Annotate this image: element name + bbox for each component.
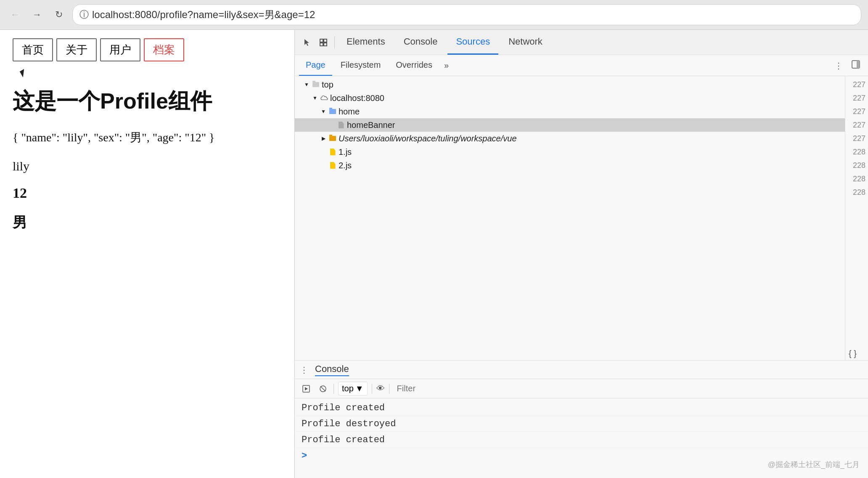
console-context-selector[interactable]: top ▼ — [338, 382, 368, 396]
subtab-more[interactable]: » — [441, 59, 452, 72]
svg-rect-1 — [324, 39, 327, 42]
line-num-6: 228 — [845, 145, 868, 159]
line-num-4: 227 — [845, 118, 868, 132]
console-log-2: Profile destroyed — [295, 416, 868, 432]
tree-item-label-top: top — [322, 80, 333, 90]
svg-rect-5 — [857, 61, 860, 68]
file-tree: ▼ top ▼ — [295, 76, 845, 360]
line-num-9: 228 — [845, 186, 868, 199]
format-button[interactable]: { } — [845, 347, 868, 360]
console-filter-input[interactable] — [394, 382, 863, 395]
tree-item-label-users: Users/luoxiaoli/workspace/tuling/workspa… — [339, 134, 517, 143]
console-divider3 — [389, 384, 389, 394]
console-context-arrow: ▼ — [355, 384, 364, 393]
devtools-main-row: ▼ top ▼ — [295, 76, 868, 360]
console-header: ⋮ Console — [295, 361, 868, 379]
subtab-page[interactable]: Page — [299, 55, 332, 76]
tab-elements[interactable]: Elements — [338, 30, 394, 55]
tree-arrow-home: ▼ — [320, 108, 327, 115]
sex-value: 男 — [13, 213, 282, 232]
svg-line-8 — [320, 386, 326, 391]
line-num-spacer — [845, 199, 868, 347]
tree-top[interactable]: ▼ top — [295, 78, 845, 91]
sources-subtabs: Page Filesystem Overrides » ⋮ — [295, 55, 868, 76]
json-display: { "name": "lily", "sex": "男", "age": "12… — [13, 129, 282, 146]
line-num-1: 227 — [845, 78, 868, 91]
browser-chrome: ← → ↻ ⓘ localhost:8080/profile?name=lily… — [0, 0, 868, 30]
nav-archive-button[interactable]: 档案 — [144, 38, 184, 61]
tab-sources[interactable]: Sources — [447, 30, 498, 55]
subtab-kebab[interactable]: ⋮ — [831, 59, 846, 72]
subtab-overrides[interactable]: Overrides — [389, 55, 439, 76]
watermark: @掘金稀土社区_前端_七月 — [768, 459, 860, 470]
console-divider — [333, 384, 334, 394]
back-button[interactable]: ← — [7, 6, 24, 23]
tree-users-folder[interactable]: ▶ Users/luoxiaoli/workspace/tuling/works… — [295, 132, 845, 145]
webpage: 首页 关于 用户 档案 这是一个Profile组件 { "name": "lil… — [0, 30, 294, 478]
tree-home[interactable]: ▼ home — [295, 105, 845, 118]
name-value: lily — [13, 159, 282, 173]
page-heading: 这是一个Profile组件 — [13, 87, 282, 116]
tree-arrow-localhost: ▼ — [312, 95, 318, 101]
address-bar-row: ← → ↻ ⓘ localhost:8080/profile?name=lily… — [0, 0, 868, 29]
tree-arrow-users: ▶ — [320, 135, 327, 142]
tab-divider — [334, 36, 335, 49]
url-text: localhost:8080/profile?name=lily&sex=男&a… — [92, 8, 315, 21]
lock-icon: ⓘ — [79, 8, 89, 21]
tree-item-label-localhost: localhost:8080 — [330, 93, 384, 103]
nav-about-button[interactable]: 关于 — [56, 38, 97, 61]
folder-icon-users — [328, 134, 337, 143]
console-log-3: Profile created — [295, 432, 868, 448]
subtab-filesystem[interactable]: Filesystem — [334, 55, 388, 76]
tree-item-label-homebanner: homeBanner — [347, 120, 395, 130]
tree-homebanner[interactable]: ▶ homeBanner — [295, 118, 845, 132]
content-area: 首页 关于 用户 档案 这是一个Profile组件 { "name": "lil… — [0, 30, 868, 478]
tree-1js[interactable]: ▶ 1.js — [295, 145, 845, 159]
svg-rect-0 — [320, 39, 323, 42]
file-icon-2js — [328, 161, 337, 170]
cursor-tool-icon[interactable] — [299, 35, 314, 50]
tree-item-label-home: home — [339, 107, 360, 117]
tree-item-label-1js: 1.js — [339, 147, 352, 157]
line-num-2: 227 — [845, 91, 868, 105]
line-num-7: 228 — [845, 159, 868, 172]
line-num-3: 227 — [845, 105, 868, 118]
line-num-8: 228 — [845, 172, 868, 186]
nav-buttons: 首页 关于 用户 档案 — [13, 38, 282, 61]
console-prompt: > — [302, 451, 307, 461]
age-value: 12 — [13, 185, 282, 201]
forward-button[interactable]: → — [29, 6, 45, 23]
console-title: Console — [315, 364, 349, 376]
line-num-5: 227 — [845, 132, 868, 145]
nav-user-button[interactable]: 用户 — [100, 38, 140, 61]
cursor-pointer — [20, 69, 27, 77]
tree-arrow-top: ▼ — [303, 81, 310, 88]
devtools-panel: Elements Console Sources Network Page Fi… — [294, 30, 868, 478]
file-icon-1js — [328, 148, 337, 156]
console-clear-btn[interactable] — [317, 382, 329, 395]
folder-icon-top — [312, 80, 320, 89]
tab-console[interactable]: Console — [395, 30, 446, 55]
console-run-btn[interactable] — [300, 382, 312, 395]
subtab-dock[interactable] — [848, 58, 864, 73]
console-toolbar: top ▼ 👁 — [295, 379, 868, 398]
console-eye-icon[interactable]: 👁 — [376, 384, 385, 393]
address-bar[interactable]: ⓘ localhost:8080/profile?name=lily&sex=男… — [72, 4, 861, 25]
right-line-numbers: 227 227 227 227 227 228 228 228 228 { } — [845, 76, 868, 360]
console-log-1: Profile created — [295, 400, 868, 416]
console-kebab[interactable]: ⋮ — [300, 365, 308, 375]
tree-localhost[interactable]: ▼ localhost:8080 — [295, 91, 845, 105]
sources-tree-area: ▼ top ▼ — [295, 76, 845, 360]
nav-home-button[interactable]: 首页 — [13, 38, 53, 61]
tree-item-label-2js: 2.js — [339, 161, 352, 170]
tab-network[interactable]: Network — [500, 30, 551, 55]
folder-icon-home — [328, 107, 337, 116]
refresh-button[interactable]: ↻ — [50, 6, 67, 23]
svg-rect-2 — [320, 43, 323, 46]
cloud-icon — [320, 94, 328, 102]
console-context-text: top — [342, 384, 354, 393]
console-divider2 — [372, 384, 372, 394]
tree-2js[interactable]: ▶ 2.js — [295, 159, 845, 172]
svg-rect-3 — [324, 43, 327, 46]
inspector-icon[interactable] — [316, 35, 331, 50]
